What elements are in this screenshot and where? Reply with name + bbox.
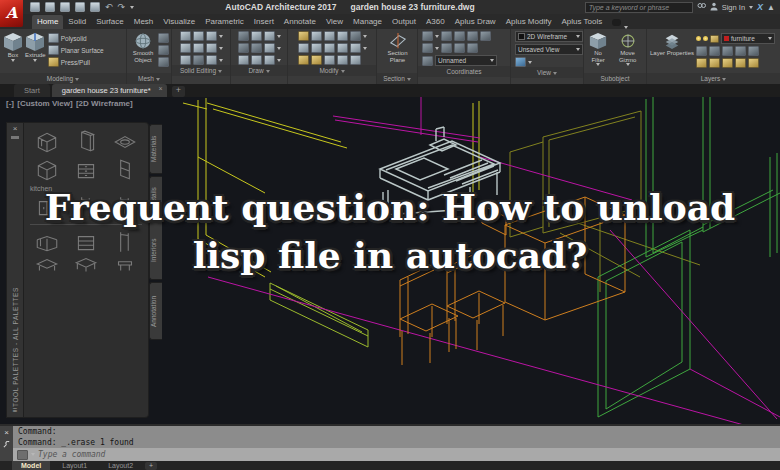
layer-properties-button[interactable]: Layer Properties (650, 31, 694, 57)
qat-dropdown-icon[interactable] (130, 6, 134, 9)
panel-label-modify[interactable]: Modify (288, 65, 376, 76)
section-plane-button[interactable]: Section Plane (380, 31, 415, 63)
press-pull-button[interactable]: Press/Pull (48, 57, 104, 67)
ucs-combobox[interactable]: Unnamed (435, 55, 497, 66)
rotate-icon[interactable] (311, 31, 322, 41)
command-history[interactable]: Command: Command: _.erase 1 found (13, 426, 780, 450)
ucs-face-icon[interactable] (467, 31, 478, 41)
tool-base-cabinet-icon[interactable] (34, 129, 60, 155)
edit-array-icon[interactable] (350, 55, 361, 65)
new-layout-button[interactable]: + (145, 462, 157, 470)
open-folder-icon[interactable] (45, 2, 55, 12)
ribbon-tab-manage[interactable]: Manage (348, 15, 387, 29)
extrude-button[interactable]: Extrude (25, 31, 46, 62)
stretch-icon[interactable] (298, 55, 309, 65)
save-as-icon[interactable] (75, 2, 85, 12)
model-tab[interactable]: Model (12, 461, 50, 470)
layer-thaw-icon[interactable] (703, 36, 708, 41)
drawing-canvas[interactable]: [-] [Custom View] [2D Wireframe] (0, 97, 780, 424)
viewport-menu-control[interactable]: [-] (6, 99, 14, 108)
ribbon-tab-aplus-modify[interactable]: Aplus Modify (501, 15, 557, 29)
view-control[interactable]: [Custom View] (17, 99, 72, 108)
sign-in-dropdown-icon[interactable] (749, 6, 753, 9)
ucs-origin-icon[interactable] (422, 43, 433, 53)
slice-icon[interactable] (180, 43, 191, 53)
palette-autohide-icon[interactable] (11, 136, 19, 139)
mesh-tool-icon[interactable] (158, 33, 169, 43)
ribbon-tab-mesh[interactable]: Mesh (129, 15, 159, 29)
ribbon-tab-aplus-draw[interactable]: Aplus Draw (450, 15, 501, 29)
move-gizmo-button[interactable]: Move Gizmo (611, 31, 644, 66)
visual-style-combobox[interactable]: 2D Wireframe (515, 31, 583, 42)
layer-on-icon[interactable] (696, 36, 701, 41)
sign-in-button[interactable]: Sign In (722, 3, 745, 12)
palette-properties-icon[interactable]: ≡ (13, 407, 18, 415)
no-filter-button[interactable]: No Filter (587, 31, 609, 66)
xline-icon[interactable] (251, 43, 262, 53)
command-customize-icon[interactable] (3, 441, 10, 449)
autodesk-360-icon[interactable]: ▲ (767, 3, 775, 12)
polyline-icon[interactable] (251, 31, 262, 41)
ribbon-tab-parametric[interactable]: Parametric (200, 15, 249, 29)
layer-unisolate-icon[interactable] (735, 46, 746, 56)
ribbon-tab-aplus-tools[interactable]: Aplus Tools (556, 15, 607, 29)
smooth-object-button[interactable]: Smooth Object (130, 31, 156, 63)
layer-lock-fade-icon[interactable] (748, 58, 759, 68)
fillet-icon[interactable] (298, 43, 309, 53)
layout2-tab[interactable]: Layout2 (99, 461, 142, 470)
polygon-icon[interactable] (238, 55, 249, 65)
tool-drawer-unit-icon[interactable] (73, 157, 99, 183)
plot-icon[interactable] (90, 2, 100, 12)
extract-edges-icon[interactable] (193, 55, 204, 65)
ribbon-tab-a360[interactable]: A360 (421, 15, 450, 29)
layer-match-icon[interactable] (696, 46, 707, 56)
redo-icon[interactable]: ↷ (118, 3, 126, 11)
erase-icon[interactable] (311, 43, 322, 53)
panel-label-section[interactable]: Section (377, 73, 417, 84)
ribbon-tab-visualize[interactable]: Visualize (158, 15, 200, 29)
ucs-x-icon[interactable] (467, 43, 478, 53)
ucs-3point-icon[interactable] (454, 43, 465, 53)
mesh-tool-icon[interactable] (158, 57, 169, 67)
layer-prev-icon[interactable] (709, 46, 720, 56)
new-file-icon[interactable] (30, 2, 40, 12)
measure-icon[interactable] (311, 55, 322, 65)
array-icon[interactable] (337, 43, 348, 53)
ribbon-tab-view[interactable]: View (321, 15, 348, 29)
copy-icon[interactable] (337, 31, 348, 41)
interfere-icon[interactable] (193, 43, 204, 53)
layer-off-icon[interactable] (696, 58, 707, 68)
ribbon-tab-output[interactable]: Output (387, 15, 421, 29)
ucs-z-axis-icon[interactable] (441, 43, 452, 53)
viewport-config-icon[interactable] (515, 57, 526, 67)
explode-icon[interactable] (324, 55, 335, 65)
offset-icon[interactable] (350, 43, 361, 53)
ribbon-tab-annotate[interactable]: Annotate (279, 15, 321, 29)
tool-sink-icon[interactable] (112, 129, 138, 155)
palette-tab-annotation[interactable]: Annotation (149, 282, 162, 340)
arc-icon[interactable] (264, 31, 275, 41)
layer-combobox[interactable]: furniture (721, 33, 775, 44)
ucs-previous-icon[interactable] (454, 31, 465, 41)
box-button[interactable]: Box (3, 31, 23, 62)
panel-label-solid-editing[interactable]: Solid Editing (172, 65, 230, 76)
shell-icon[interactable] (206, 55, 217, 65)
polysolid-button[interactable]: Polysolid (48, 33, 104, 43)
trim-icon[interactable] (324, 31, 335, 41)
panel-label-draw[interactable]: Draw (231, 65, 287, 76)
ribbon-tab-solid[interactable]: Solid (63, 15, 91, 29)
panel-label-mesh[interactable]: Mesh (127, 73, 171, 84)
save-icon[interactable] (60, 2, 70, 12)
solid-subtract-icon[interactable] (193, 31, 204, 41)
layer-freeze-icon[interactable] (748, 46, 759, 56)
command-input[interactable]: Type a command (13, 448, 780, 461)
ribbon-tab-home[interactable]: Home (32, 15, 63, 29)
panel-label-coordinates[interactable]: Coordinates (418, 66, 510, 77)
tool-counter-cabinet-icon[interactable] (34, 157, 60, 183)
mirror-icon[interactable] (350, 31, 361, 41)
panel-label-view[interactable]: View (511, 67, 583, 78)
command-close-icon[interactable]: × (4, 429, 9, 436)
tool-narrow-cabinet-icon[interactable] (112, 157, 138, 183)
palette-tab-materials[interactable]: Materials (149, 124, 162, 174)
record-macro-icon[interactable] (612, 19, 621, 26)
